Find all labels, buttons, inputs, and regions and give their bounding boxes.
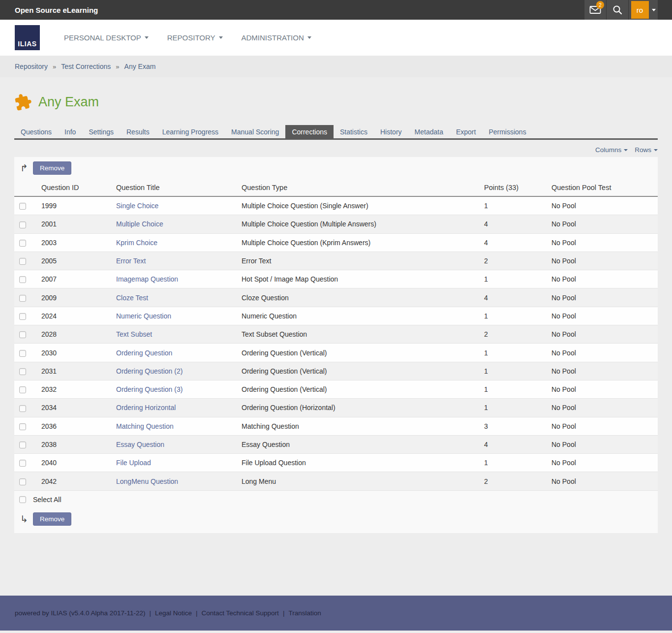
tab-info[interactable]: Info — [58, 125, 82, 138]
question-title-link[interactable]: File Upload — [116, 459, 151, 467]
tab-metadata[interactable]: Metadata — [408, 125, 450, 138]
tab-export[interactable]: Export — [450, 125, 482, 138]
row-checkbox[interactable] — [19, 313, 26, 320]
search-button[interactable] — [606, 0, 628, 20]
test-puzzle-icon — [13, 92, 34, 113]
question-title-cell: Ordering Question — [112, 344, 238, 362]
tab-permissions[interactable]: Permissions — [482, 125, 532, 138]
tab-settings[interactable]: Settings — [82, 125, 120, 138]
powered-by-link[interactable]: powered by ILIAS (v5.4.0 Alpha 2017-11-2… — [15, 609, 145, 617]
question-id-cell: 2007 — [37, 270, 112, 288]
rows-dropdown[interactable]: Rows — [635, 146, 658, 154]
tab-history[interactable]: History — [374, 125, 408, 138]
question-title-link[interactable]: Matching Question — [116, 422, 174, 430]
table-row: 2032Ordering Question (3)Ordering Questi… — [14, 380, 658, 398]
question-pool-cell: No Pool — [548, 270, 658, 288]
breadcrumb-item-any-exam[interactable]: Any Exam — [124, 63, 156, 70]
question-title-link[interactable]: Ordering Question — [116, 349, 172, 357]
question-pool-cell: No Pool — [548, 417, 658, 435]
question-title-link[interactable]: Cloze Test — [116, 294, 148, 302]
footer-link-legal-notice[interactable]: Legal Notice — [155, 609, 192, 617]
row-checkbox-cell — [14, 417, 37, 435]
row-checkbox-cell — [14, 252, 37, 270]
row-checkbox[interactable] — [19, 276, 26, 283]
tab-manual-scoring[interactable]: Manual Scoring — [225, 125, 285, 138]
footer-link-translation[interactable]: Translation — [288, 609, 321, 617]
nav-item-label: ADMINISTRATION — [242, 33, 304, 42]
question-type-cell: Ordering Question (Vertical) — [238, 362, 480, 380]
row-checkbox[interactable] — [19, 368, 26, 375]
header-checkbox-cell — [14, 179, 37, 196]
question-title-link[interactable]: LongMenu Question — [116, 477, 178, 485]
question-id-cell: 2036 — [37, 417, 112, 435]
question-title-link[interactable]: Text Subset — [116, 330, 152, 338]
remove-button-bottom[interactable]: Remove — [33, 512, 71, 526]
select-all-checkbox[interactable] — [19, 496, 26, 503]
row-checkbox-cell — [14, 325, 37, 344]
question-id-cell: 2038 — [37, 435, 112, 453]
tab-results[interactable]: Results — [120, 125, 156, 138]
row-checkbox-cell — [14, 270, 37, 288]
tab-statistics[interactable]: Statistics — [334, 125, 374, 138]
breadcrumb: Repository»Test Corrections»Any Exam — [0, 56, 672, 77]
row-checkbox[interactable] — [19, 258, 26, 265]
question-title-link[interactable]: Single Choice — [116, 202, 158, 210]
question-title-link[interactable]: Ordering Question (2) — [116, 367, 183, 375]
points-cell: 3 — [480, 417, 548, 435]
user-menu-button[interactable]: ro — [628, 0, 658, 20]
search-icon — [612, 5, 622, 15]
points-cell: 1 — [480, 196, 548, 215]
main-header: ILIAS PERSONAL DESKTOPREPOSITORYADMINIST… — [0, 20, 672, 56]
tab-corrections[interactable]: Corrections — [285, 125, 334, 138]
question-title-link[interactable]: Ordering Horizontal — [116, 404, 176, 411]
table-row: 2031Ordering Question (2)Ordering Questi… — [14, 362, 658, 380]
question-pool-cell: No Pool — [548, 233, 658, 252]
question-title-link[interactable]: Multiple Choice — [116, 220, 163, 228]
tab-learning-progress[interactable]: Learning Progress — [156, 125, 225, 138]
points-cell: 1 — [480, 307, 548, 325]
question-type-cell: Cloze Question — [238, 288, 480, 307]
apply-down-arrow-icon: ↳ — [19, 514, 29, 524]
row-checkbox-cell — [14, 435, 37, 453]
column-header-question-pool-test: Question Pool Test — [548, 179, 658, 196]
row-checkbox[interactable] — [19, 350, 26, 357]
mail-button[interactable]: 2 — [584, 0, 606, 20]
question-pool-cell: No Pool — [548, 196, 658, 215]
row-checkbox[interactable] — [19, 331, 26, 338]
question-title-link[interactable]: Essay Question — [116, 441, 164, 448]
question-title-link[interactable]: Numeric Question — [116, 312, 171, 320]
columns-dropdown[interactable]: Columns — [595, 146, 628, 154]
apply-up-arrow-icon: ↱ — [19, 163, 29, 173]
points-cell: 2 — [480, 472, 548, 490]
row-checkbox[interactable] — [19, 240, 26, 247]
row-checkbox[interactable] — [19, 442, 26, 448]
nav-item-personal-desktop[interactable]: PERSONAL DESKTOP — [55, 29, 158, 47]
question-type-cell: Error Text — [238, 252, 480, 270]
question-id-cell: 1999 — [37, 196, 112, 215]
question-title-link[interactable]: Kprim Choice — [116, 239, 157, 247]
row-checkbox[interactable] — [19, 386, 26, 393]
row-checkbox[interactable] — [19, 460, 26, 467]
row-checkbox[interactable] — [19, 203, 26, 210]
row-checkbox[interactable] — [19, 478, 26, 485]
tab-questions[interactable]: Questions — [14, 125, 58, 138]
row-checkbox[interactable] — [19, 423, 26, 430]
row-checkbox[interactable] — [19, 405, 26, 412]
chevron-down-icon — [624, 149, 628, 151]
nav-item-repository[interactable]: REPOSITORY — [158, 29, 232, 47]
footer-link-contact-technical-support[interactable]: Contact Technical Support — [202, 609, 279, 617]
question-title-link[interactable]: Error Text — [116, 257, 146, 265]
nav-item-administration[interactable]: ADMINISTRATION — [232, 29, 321, 47]
breadcrumb-item-test-corrections[interactable]: Test Corrections — [61, 63, 111, 70]
table-row: 2034Ordering HorizontalOrdering Question… — [14, 399, 658, 417]
remove-button-top[interactable]: Remove — [33, 161, 71, 175]
table-row: 2030Ordering QuestionOrdering Question (… — [14, 344, 658, 362]
question-title-link[interactable]: Ordering Question (3) — [116, 385, 183, 393]
question-pool-cell: No Pool — [548, 362, 658, 380]
question-title-link[interactable]: Imagemap Question — [116, 275, 178, 283]
footer-separator: | — [149, 609, 151, 617]
breadcrumb-item-repository[interactable]: Repository — [15, 63, 48, 70]
row-checkbox[interactable] — [19, 295, 26, 302]
ilias-logo[interactable]: ILIAS — [15, 25, 40, 50]
row-checkbox[interactable] — [19, 222, 26, 228]
